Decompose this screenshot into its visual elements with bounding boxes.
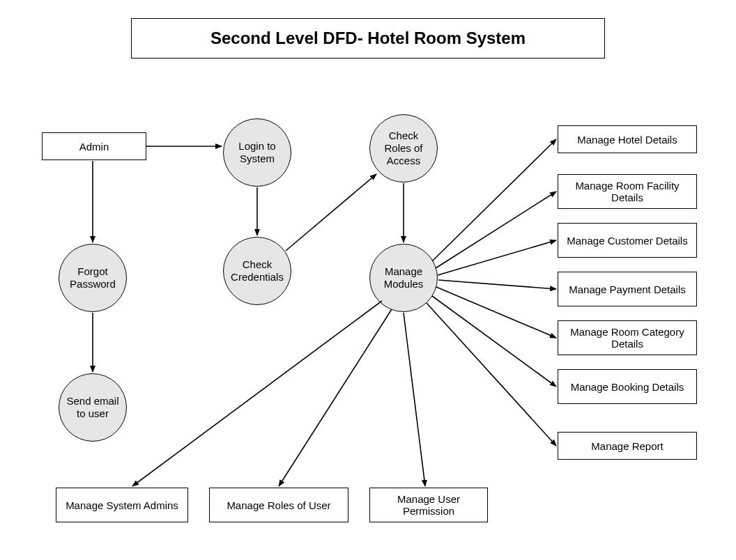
datastore-report-label: Manage Report — [591, 440, 663, 452]
diagram-title: Second Level DFD- Hotel Room System — [131, 18, 605, 59]
process-forgot-password-label: Forgot Password — [63, 265, 122, 290]
datastore-booking-label: Manage Booking Details — [571, 381, 684, 393]
process-manage-modules: Manage Modules — [369, 244, 438, 312]
svg-line-14 — [279, 309, 392, 486]
svg-line-15 — [404, 313, 425, 486]
datastore-hotel-label: Manage Hotel Details — [577, 134, 677, 146]
datastore-system-admins-label: Manage System Admins — [66, 499, 178, 511]
svg-line-9 — [438, 280, 556, 289]
process-login-label: Login to System — [228, 140, 286, 165]
datastore-user-permission: Manage User Permission — [369, 488, 488, 522]
datastore-customer: Manage Customer Details — [558, 223, 697, 258]
datastore-payment: Manage Payment Details — [558, 272, 697, 306]
process-check-credentials-label: Check Credentials — [228, 258, 286, 283]
svg-line-4 — [286, 174, 376, 251]
process-send-email-label: Send email to user — [63, 395, 122, 420]
datastore-report: Manage Report — [558, 432, 697, 460]
datastore-system-admins: Manage System Admins — [56, 488, 188, 522]
datastore-room-category: Manage Room Category Details — [558, 320, 697, 355]
process-check-roles-label: Check Roles of Access — [374, 130, 433, 167]
svg-line-11 — [432, 296, 556, 387]
datastore-room-facility-label: Manage Room Facility Details — [565, 180, 689, 203]
datastore-payment-label: Manage Payment Details — [569, 283, 686, 295]
process-manage-modules-label: Manage Modules — [374, 265, 433, 290]
process-check-credentials: Check Credentials — [223, 237, 291, 305]
svg-line-10 — [436, 287, 556, 338]
datastore-user-permission-label: Manage User Permission — [377, 493, 480, 517]
process-send-email: Send email to user — [59, 373, 127, 442]
diagram-title-text: Second Level DFD- Hotel Room System — [210, 29, 526, 47]
entity-admin: Admin — [42, 132, 146, 160]
svg-line-12 — [427, 303, 556, 446]
process-login: Login to System — [223, 118, 291, 187]
svg-line-13 — [132, 301, 382, 486]
datastore-room-category-label: Manage Room Category Details — [565, 326, 689, 350]
process-check-roles: Check Roles of Access — [369, 114, 438, 182]
svg-line-7 — [436, 192, 556, 268]
dfd-canvas: Second Level DFD- Hotel Room System Admi… — [0, 0, 736, 560]
datastore-customer-label: Manage Customer Details — [567, 235, 687, 247]
process-forgot-password: Forgot Password — [59, 244, 127, 312]
svg-line-6 — [432, 139, 556, 261]
entity-admin-label: Admin — [79, 141, 109, 153]
datastore-hotel: Manage Hotel Details — [558, 125, 697, 153]
datastore-roles-user-label: Manage Roles of User — [227, 499, 330, 511]
datastore-roles-user: Manage Roles of User — [209, 488, 348, 522]
svg-line-8 — [438, 240, 556, 275]
datastore-room-facility: Manage Room Facility Details — [558, 174, 697, 209]
datastore-booking: Manage Booking Details — [558, 369, 697, 404]
